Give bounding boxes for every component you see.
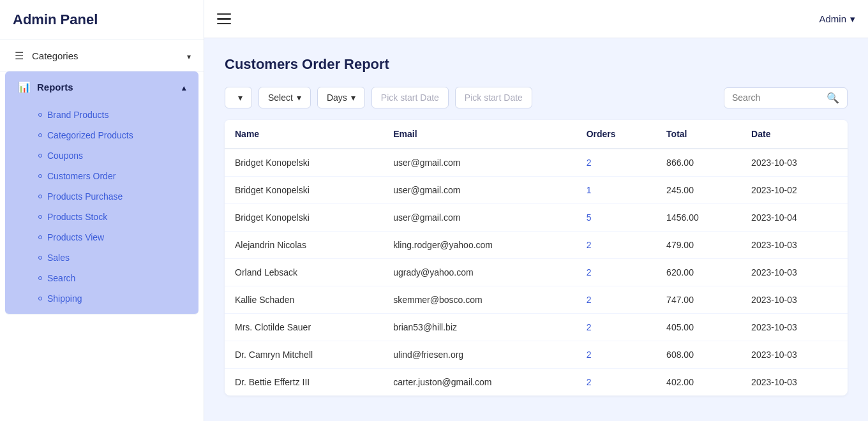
sub-item-label: Customers Order: [47, 171, 116, 181]
sidebar-item-reports[interactable]: 📊 Reports: [5, 71, 198, 102]
table-row: Bridget Konopelskiuser@gmail.com2866.002…: [225, 149, 848, 177]
sub-item-dot: [38, 113, 42, 117]
cell-name: Mrs. Clotilde Sauer: [225, 314, 383, 341]
cell-orders: 2: [576, 341, 656, 369]
sidebar-sub-item-products-purchase[interactable]: Products Purchase: [31, 186, 198, 207]
orders-value[interactable]: 5: [587, 212, 592, 223]
orders-table: NameEmailOrdersTotalDate Bridget Konopel…: [225, 120, 848, 395]
admin-menu[interactable]: Admin ▾: [819, 13, 855, 25]
sub-item-label: Products Stock: [47, 212, 107, 222]
sub-item-dot: [38, 235, 42, 239]
col-header-email: Email: [383, 120, 576, 149]
sidebar-sub-item-customers-order[interactable]: Customers Order: [31, 166, 198, 186]
cell-date: 2023-10-03: [741, 314, 848, 341]
cell-email: user@gmail.com: [383, 177, 576, 204]
cell-date: 2023-10-03: [741, 259, 848, 286]
cell-orders: 2: [576, 149, 656, 177]
cell-date: 2023-10-03: [741, 232, 848, 259]
cell-name: Orland Lebsack: [225, 259, 383, 286]
orders-value[interactable]: 2: [587, 322, 592, 332]
sub-item-dot: [38, 133, 42, 137]
select-label: Select: [268, 92, 293, 103]
cell-orders: 2: [576, 232, 656, 259]
admin-label: Admin: [819, 13, 846, 24]
days-label: Days: [327, 92, 347, 103]
cell-orders: 1: [576, 177, 656, 204]
sidebar-section-reports: 📊 Reports Brand Products Categorized Pro…: [5, 71, 198, 314]
sidebar-sub-item-products-stock[interactable]: Products Stock: [31, 207, 198, 227]
start-date-picker[interactable]: Pick start Date: [371, 87, 449, 108]
reports-icon: 📊: [18, 80, 31, 93]
orders-value[interactable]: 2: [587, 240, 592, 250]
sidebar-item-categories[interactable]: ☰ Categories: [0, 40, 204, 71]
cell-date: 2023-10-02: [741, 177, 848, 204]
sidebar-sub-item-sales[interactable]: Sales: [31, 247, 198, 268]
cell-orders: 2: [576, 314, 656, 341]
sub-item-dot: [38, 276, 42, 280]
sidebar-section-categories: ☰ Categories: [0, 40, 204, 71]
orders-value[interactable]: 2: [587, 377, 592, 387]
orders-value[interactable]: 2: [587, 267, 592, 277]
select-chevron-icon: ▾: [297, 92, 301, 103]
cell-orders: 5: [576, 204, 656, 232]
sub-item-dot: [38, 256, 42, 260]
cell-email: ugrady@yahoo.com: [383, 259, 576, 286]
orders-value[interactable]: 2: [587, 295, 592, 305]
cell-date: 2023-10-03: [741, 286, 848, 314]
table-row: Bridget Konopelskiuser@gmail.com51456.00…: [225, 204, 848, 232]
reports-chevron-icon: [182, 82, 186, 92]
table-body: Bridget Konopelskiuser@gmail.com2866.002…: [225, 149, 848, 395]
sidebar-sub-item-categorized-products[interactable]: Categorized Products: [31, 125, 198, 145]
select-filter[interactable]: Select ▾: [258, 87, 311, 108]
search-input[interactable]: [732, 92, 821, 103]
orders-value[interactable]: 1: [587, 185, 592, 195]
cell-date: 2023-10-03: [741, 341, 848, 369]
sidebar-sub-item-coupons[interactable]: Coupons: [31, 145, 198, 166]
sub-item-label: Products View: [47, 232, 104, 242]
cell-name: Kallie Schaden: [225, 286, 383, 314]
page-title: Customers Order Report: [225, 56, 848, 73]
sub-item-label: Categorized Products: [47, 130, 133, 140]
cell-date: 2023-10-03: [741, 149, 848, 177]
sub-item-label: Brand Products: [47, 110, 109, 120]
sidebar-sub-item-brand-products[interactable]: Brand Products: [31, 105, 198, 125]
sub-item-dot: [38, 297, 42, 300]
col-header-date: Date: [741, 120, 848, 149]
col-header-total: Total: [656, 120, 741, 149]
sub-item-label: Shipping: [47, 293, 82, 304]
days-filter[interactable]: Days ▾: [317, 87, 365, 108]
col-header-orders: Orders: [576, 120, 656, 149]
table-header-row: NameEmailOrdersTotalDate: [225, 120, 848, 149]
table-row: Alejandrin Nicolaskling.rodger@yahoo.com…: [225, 232, 848, 259]
sidebar-sub-item-products-view[interactable]: Products View: [31, 227, 198, 247]
cell-total: 608.00: [656, 341, 741, 369]
table-row: Kallie Schadenskemmer@bosco.com2747.0020…: [225, 286, 848, 314]
cell-email: user@gmail.com: [383, 149, 576, 177]
orders-value[interactable]: 2: [587, 350, 592, 360]
table-row: Mrs. Clotilde Sauerbrian53@hill.biz2405.…: [225, 314, 848, 341]
orders-value[interactable]: 2: [587, 158, 592, 168]
table-row: Bridget Konopelskiuser@gmail.com1245.002…: [225, 177, 848, 204]
end-date-picker[interactable]: Pick start Date: [455, 87, 532, 108]
table-row: Dr. Camryn Mitchellulind@friesen.org2608…: [225, 341, 848, 369]
cell-total: 866.00: [656, 149, 741, 177]
main-area: Admin ▾ Customers Order Report ▾ Select …: [204, 0, 868, 421]
search-icon[interactable]: 🔍: [827, 92, 839, 104]
sub-item-label: Search: [47, 273, 75, 283]
categories-chevron-icon: [187, 50, 191, 61]
reports-label: Reports: [37, 82, 73, 92]
cell-total: 402.00: [656, 369, 741, 396]
sidebar-sub-item-search[interactable]: Search: [31, 268, 198, 288]
cell-name: Alejandrin Nicolas: [225, 232, 383, 259]
start-date-label: Pick start Date: [381, 92, 439, 103]
app-title: Admin Panel: [0, 0, 204, 40]
dropdown-filter-1[interactable]: ▾: [225, 87, 252, 108]
col-header-name: Name: [225, 120, 383, 149]
hamburger-button[interactable]: [217, 13, 231, 25]
cell-date: 2023-10-03: [741, 369, 848, 396]
cell-total: 245.00: [656, 177, 741, 204]
cell-email: user@gmail.com: [383, 204, 576, 232]
cell-orders: 2: [576, 286, 656, 314]
sidebar-sub-item-shipping[interactable]: Shipping: [31, 288, 198, 309]
categories-label: Categories: [32, 50, 79, 61]
